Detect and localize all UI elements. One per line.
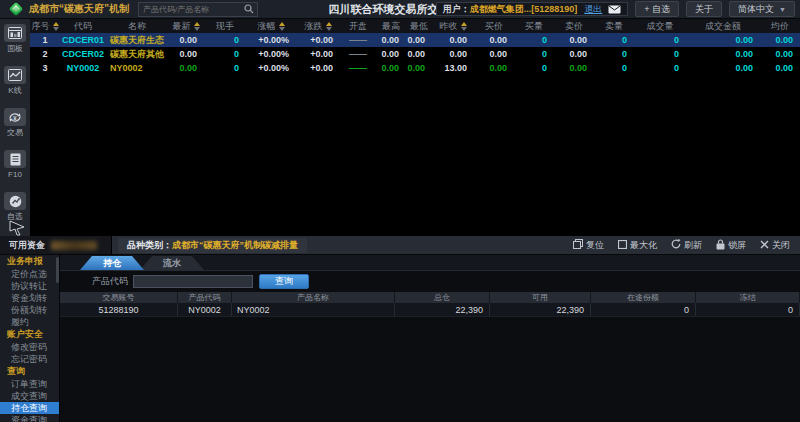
tab-流水[interactable]: 流水: [140, 256, 204, 270]
sort-icon[interactable]: [461, 22, 467, 31]
sidebar-item-2[interactable]: K线: [4, 66, 26, 95]
table-row[interactable]: 2CDCER02碳惠天府其他0.000+0.00%+0.00——0.000.00…: [30, 47, 800, 61]
menu-item-协议转让[interactable]: 协议转让: [0, 280, 59, 292]
menu-section-title: 查询: [0, 365, 59, 378]
table-cell: 1: [30, 33, 60, 47]
refresh-button[interactable]: 刷新: [671, 239, 702, 252]
table-cell: +0.00%: [246, 61, 296, 75]
svg-text:¥: ¥: [13, 115, 17, 121]
maximize-button[interactable]: 最大化: [618, 239, 657, 252]
table-cell: +0.00%: [246, 47, 296, 61]
sidebar-item-4[interactable]: F10: [4, 150, 26, 179]
column-header[interactable]: 昨收: [432, 19, 474, 33]
column-header: 最高: [376, 19, 406, 33]
menu-item-订单查询[interactable]: 订单查询: [0, 378, 59, 390]
watchlist-icon: [4, 192, 26, 210]
table-cell: 0: [594, 47, 634, 61]
table-cell: ——: [340, 33, 376, 47]
sidebar-item-3[interactable]: ¥交易: [4, 108, 26, 137]
sort-icon[interactable]: [194, 22, 200, 31]
sort-down-arrow: [326, 27, 332, 31]
table-row[interactable]: 3NY0002NY00020.000+0.00%+0.00——0.000.001…: [30, 61, 800, 75]
close-button[interactable]: 关闭: [760, 239, 790, 252]
sort-down-arrow: [194, 27, 200, 31]
sort-down-arrow: [461, 27, 467, 31]
column-header: 成交量: [634, 19, 686, 33]
column-header: 冻结: [696, 292, 800, 303]
table-row[interactable]: 51288190NY0002NY000222,39022,39000: [60, 303, 800, 317]
tab-持仓[interactable]: 持仓: [80, 256, 144, 270]
sidebar: 面板K线¥交易F10自选: [0, 19, 30, 236]
table-row[interactable]: 1CDCER01碳惠天府生态0.000+0.00%+0.00——0.000.00…: [30, 33, 800, 47]
table-cell: +0.00: [296, 33, 340, 47]
column-header-label: 涨跌: [305, 20, 323, 33]
table-cell: 0: [514, 33, 554, 47]
available-funds-label: 可用资金: [9, 239, 45, 252]
menu-item-资金查询[interactable]: 资金查询: [0, 414, 59, 422]
positions-grid-rows: 51288190NY0002NY000222,39022,39000: [60, 303, 800, 317]
menu-item-份额划转[interactable]: 份额划转: [0, 304, 59, 316]
column-header-label: 开盘: [349, 20, 367, 33]
table-cell: 0.00: [376, 61, 406, 75]
column-header-label: 现手: [216, 20, 234, 33]
lock-button[interactable]: 锁屏: [716, 239, 746, 252]
search-icon[interactable]: [244, 4, 254, 14]
sort-icon[interactable]: [279, 22, 285, 31]
table-cell: 0: [594, 61, 634, 75]
table-cell: 0.00: [760, 47, 800, 61]
column-header: 卖量: [594, 19, 634, 33]
table-cell: ——: [340, 47, 376, 61]
column-header[interactable]: 涨跌: [296, 19, 340, 33]
table-cell: 0.00: [554, 33, 594, 47]
menu-item-忘记密码[interactable]: 忘记密码: [0, 353, 59, 365]
language-select[interactable]: 简体中文 ▼: [729, 1, 795, 17]
column-header: 总仓: [395, 292, 490, 303]
dashboard-icon: [4, 24, 26, 42]
function-menu: 业务申报定价点选协议转让资金划转份额划转履约账户安全修改密码忘记密码查询订单查询…: [0, 255, 60, 422]
column-header: 代码: [60, 19, 106, 33]
column-header-label: 最新: [173, 20, 191, 33]
table-cell: 0: [204, 47, 246, 61]
product-code-input[interactable]: [133, 275, 253, 288]
column-header: 交易账号: [60, 292, 178, 303]
column-header[interactable]: 涨幅: [246, 19, 296, 33]
top-bar: 成都市“碳惠天府”机制 四川联合环境交易所交易系统 用户： 成都燃气集团...[…: [0, 0, 800, 19]
query-button[interactable]: 查询: [259, 274, 309, 289]
positions-grid-header: 交易账号产品代码产品名称总仓可用在途份额冻结: [60, 292, 800, 303]
table-cell: 碳惠天府生态: [106, 33, 168, 47]
mail-icon[interactable]: [608, 5, 621, 14]
tab-bar: 持仓流水: [60, 255, 800, 271]
sidebar-item-5[interactable]: 自选: [4, 192, 26, 221]
column-header-label: 卖量: [605, 20, 623, 33]
positions-content: 持仓流水 产品代码 查询 交易账号产品代码产品名称总仓可用在途份额冻结 5128…: [60, 255, 800, 422]
sort-icon[interactable]: [326, 22, 332, 31]
sidebar-item-1[interactable]: 面板: [4, 24, 26, 53]
sort-icon[interactable]: [53, 22, 59, 31]
add-favorite-button[interactable]: + 自选: [635, 1, 679, 17]
column-header: 名称: [106, 19, 168, 33]
table-cell: 0.00: [432, 47, 474, 61]
sidebar-item-label: 自选: [7, 212, 23, 221]
menu-item-修改密码[interactable]: 修改密码: [0, 341, 59, 353]
menu-item-成交查询[interactable]: 成交查询: [0, 390, 59, 402]
f10-icon: [4, 150, 26, 168]
menu-item-定价点选[interactable]: 定价点选: [0, 268, 59, 280]
table-cell: NY0002: [60, 61, 106, 75]
maximize-icon: [618, 240, 627, 251]
query-row: 产品代码 查询: [60, 271, 800, 292]
column-header[interactable]: 序号: [30, 19, 60, 33]
column-header[interactable]: 最新: [168, 19, 204, 33]
product-search-input[interactable]: [139, 5, 244, 14]
menu-item-持仓查询[interactable]: 持仓查询: [0, 402, 59, 414]
table-cell: NY0002: [178, 303, 232, 316]
restore-button[interactable]: 复位: [573, 239, 604, 252]
sort-down-arrow: [53, 27, 59, 31]
menu-item-履约[interactable]: 履约: [0, 316, 59, 328]
logout-link[interactable]: 退出: [584, 3, 602, 16]
table-cell: 0.00: [406, 33, 432, 47]
menu-item-资金划转[interactable]: 资金划转: [0, 292, 59, 304]
table-cell: 0.00: [406, 47, 432, 61]
panel-body: 业务申报定价点选协议转让资金划转份额划转履约账户安全修改密码忘记密码查询订单查询…: [0, 255, 800, 422]
menu-scrollbar[interactable]: [56, 257, 59, 283]
about-button[interactable]: 关于: [686, 1, 722, 17]
